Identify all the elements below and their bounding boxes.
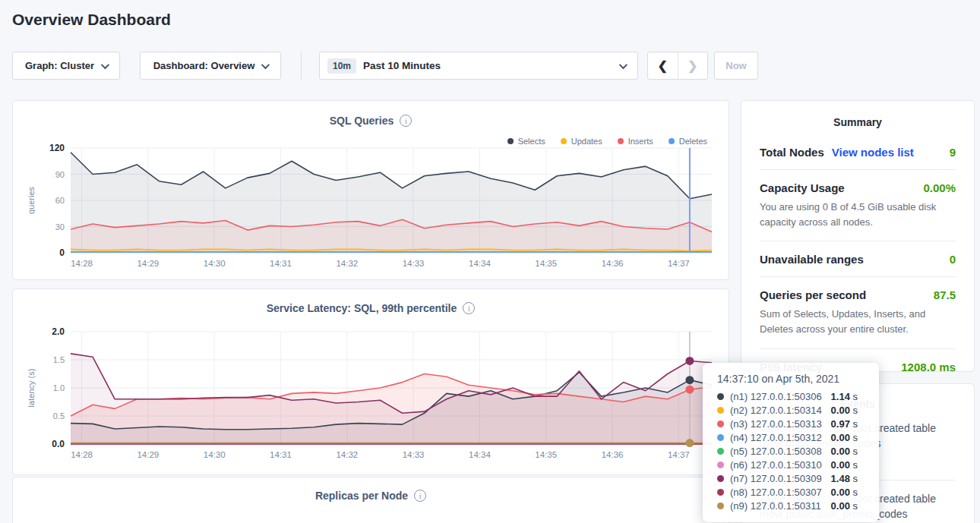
tooltip-node-value: 0.00 s bbox=[831, 405, 867, 416]
svg-text:60: 60 bbox=[55, 196, 65, 205]
node-color-dot bbox=[717, 475, 724, 482]
svg-text:0.0: 0.0 bbox=[52, 439, 65, 449]
now-button[interactable]: Now bbox=[714, 52, 758, 80]
node-color-dot bbox=[717, 503, 724, 509]
info-icon[interactable] bbox=[463, 302, 475, 314]
svg-text:14:31: 14:31 bbox=[270, 259, 292, 268]
node-color-dot bbox=[717, 448, 724, 455]
capacity-usage-caption: You are using 0 B of 4.5 GiB usable disk… bbox=[760, 200, 956, 230]
prev-timespan-button[interactable]: ❮ bbox=[648, 52, 678, 79]
info-icon[interactable] bbox=[414, 490, 426, 502]
tooltip-node-label: (n3) 127.0.0.1:50313 bbox=[730, 418, 822, 430]
service-latency-chart[interactable]: 0.00.51.01.52.014:2814:2914:3014:3114:32… bbox=[24, 327, 719, 467]
time-step-group: ❮ ❯ bbox=[647, 52, 708, 80]
svg-text:14:37: 14:37 bbox=[668, 259, 690, 268]
node-color-dot bbox=[717, 489, 724, 496]
node-color-dot bbox=[717, 421, 724, 427]
svg-text:1.5: 1.5 bbox=[53, 355, 65, 364]
capacity-usage-label: Capacity Usage bbox=[760, 181, 845, 194]
svg-text:queries: queries bbox=[27, 186, 36, 214]
tooltip-node-row: (n1) 127.0.0.1:50306 1.14 s bbox=[717, 389, 867, 403]
tooltip-node-label: (n1) 127.0.0.1:50306 bbox=[730, 391, 822, 402]
svg-text:90: 90 bbox=[55, 170, 65, 179]
svg-text:14:29: 14:29 bbox=[137, 450, 159, 459]
svg-text:30: 30 bbox=[55, 222, 65, 232]
chart-canvas: 0.00.51.01.52.014:2814:2914:3014:3114:32… bbox=[24, 327, 719, 467]
sql-queries-chart[interactable]: 030609012014:2814:2914:3014:3114:3214:33… bbox=[24, 143, 719, 273]
unavailable-ranges-label: Unavailable ranges bbox=[760, 253, 864, 266]
tooltip-node-label: (n2) 127.0.0.1:50314 bbox=[730, 405, 822, 416]
qps-label: Queries per second bbox=[760, 288, 866, 301]
page-title: Overview Dashboard bbox=[12, 11, 171, 29]
summary-title: Summary bbox=[760, 116, 956, 128]
svg-text:1.0: 1.0 bbox=[53, 383, 65, 392]
time-range-dropdown[interactable]: 10m Past 10 Minutes bbox=[319, 52, 638, 80]
tooltip-node-row: (n5) 127.0.0.1:50308 0.00 s bbox=[717, 444, 867, 458]
svg-text:14:31: 14:31 bbox=[270, 450, 292, 459]
dashboard-selector-dropdown[interactable]: Dashboard: Overview bbox=[140, 52, 281, 80]
node-color-dot bbox=[717, 393, 724, 400]
replicas-per-node-title: Replicas per Node bbox=[13, 490, 729, 502]
chevron-down-icon bbox=[101, 60, 109, 68]
summary-row-unavailable-ranges: Unavailable ranges 0 bbox=[760, 241, 956, 277]
svg-text:14:28: 14:28 bbox=[71, 450, 93, 459]
svg-text:2.0: 2.0 bbox=[52, 327, 65, 337]
next-timespan-button[interactable]: ❯ bbox=[678, 52, 708, 79]
svg-text:14:37: 14:37 bbox=[668, 450, 690, 459]
capacity-usage-value: 0.00% bbox=[923, 181, 956, 194]
svg-text:14:33: 14:33 bbox=[403, 259, 425, 268]
time-range-label: Past 10 Minutes bbox=[363, 60, 441, 71]
chart-title-text: SQL Queries bbox=[330, 115, 394, 127]
summary-panel: Summary Total Nodes View nodes list 9 Ca… bbox=[741, 100, 975, 372]
latency-hover-tooltip: 14:37:10 on Apr 5th, 2021 (n1) 127.0.0.1… bbox=[703, 363, 879, 522]
svg-text:14:32: 14:32 bbox=[336, 450, 358, 459]
tooltip-node-row: (n8) 127.0.0.1:50307 0.00 s bbox=[717, 485, 867, 499]
svg-text:0: 0 bbox=[59, 247, 65, 258]
svg-text:14:29: 14:29 bbox=[137, 259, 159, 268]
tooltip-node-row: (n9) 127.0.0.1:50311 0.00 s bbox=[717, 499, 867, 512]
svg-text:14:35: 14:35 bbox=[535, 259, 557, 268]
tooltip-node-label: (n7) 127.0.0.1:50309 bbox=[730, 473, 822, 484]
tooltip-node-row: (n3) 127.0.0.1:50313 0.97 s bbox=[717, 417, 867, 430]
svg-text:14:36: 14:36 bbox=[602, 450, 624, 459]
tooltip-node-row: (n6) 127.0.0.1:50310 0.00 s bbox=[717, 458, 867, 471]
qps-value: 87.5 bbox=[934, 288, 956, 301]
svg-text:14:30: 14:30 bbox=[204, 450, 226, 459]
tooltip-node-value: 0.00 s bbox=[831, 459, 867, 471]
sql-queries-title: SQL Queries bbox=[13, 115, 729, 127]
summary-row-qps: Queries per second 87.5 Sum of Selects, … bbox=[760, 277, 956, 348]
replicas-per-node-card: Replicas per Node bbox=[12, 477, 729, 523]
sql-queries-card: SQL Queries Selects Updates Inserts Dele… bbox=[12, 100, 729, 280]
svg-text:120: 120 bbox=[49, 143, 65, 153]
tooltip-node-label: (n8) 127.0.0.1:50307 bbox=[730, 487, 822, 498]
tooltip-node-row: (n4) 127.0.0.1:50312 0.00 s bbox=[717, 430, 867, 444]
chart-canvas: 030609012014:2814:2914:3014:3114:3214:33… bbox=[24, 143, 719, 273]
info-icon[interactable] bbox=[400, 115, 412, 127]
tooltip-node-value: 0.00 s bbox=[831, 446, 867, 457]
chart-title-text: Service Latency: SQL, 99th percentile bbox=[267, 302, 457, 314]
tooltip-node-value: 1.14 s bbox=[831, 391, 867, 402]
node-color-dot bbox=[717, 462, 724, 468]
tooltip-node-value: 0.00 s bbox=[831, 500, 867, 512]
graph-selector-label: Graph: Cluster bbox=[25, 60, 94, 71]
tooltip-node-value: 0.97 s bbox=[831, 418, 867, 430]
chart-title-text: Replicas per Node bbox=[315, 490, 408, 502]
unavailable-ranges-value: 0 bbox=[950, 253, 956, 266]
service-latency-card: Service Latency: SQL, 99th percentile 0.… bbox=[12, 288, 729, 475]
tooltip-node-value: 0.00 s bbox=[831, 487, 867, 498]
view-nodes-list-link[interactable]: View nodes list bbox=[832, 146, 914, 159]
tooltip-node-label: (n4) 127.0.0.1:50312 bbox=[730, 432, 822, 443]
tooltip-node-row: (n7) 127.0.0.1:50309 1.48 s bbox=[717, 471, 867, 485]
tooltip-node-value: 0.00 s bbox=[831, 432, 867, 443]
svg-text:14:32: 14:32 bbox=[336, 259, 358, 268]
toolbar-divider bbox=[301, 52, 302, 80]
svg-text:14:35: 14:35 bbox=[535, 450, 557, 459]
svg-text:latency (s): latency (s) bbox=[27, 369, 36, 408]
node-color-dot bbox=[717, 434, 724, 441]
tooltip-node-label: (n9) 127.0.0.1:50311 bbox=[730, 500, 821, 512]
summary-row-capacity: Capacity Usage 0.00% You are using 0 B o… bbox=[760, 170, 956, 241]
graph-selector-dropdown[interactable]: Graph: Cluster bbox=[12, 52, 120, 80]
svg-text:14:34: 14:34 bbox=[469, 450, 491, 459]
chevron-down-icon bbox=[619, 60, 628, 68]
summary-row-total-nodes: Total Nodes View nodes list 9 bbox=[760, 134, 956, 170]
